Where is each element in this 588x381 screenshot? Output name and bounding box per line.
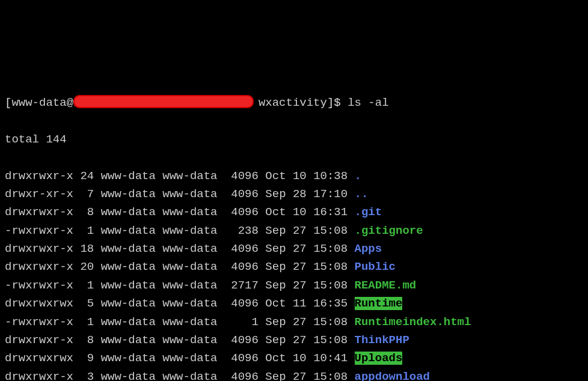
file-permissions: drwxrwxr-x bbox=[5, 260, 73, 273]
file-group: www-data bbox=[156, 334, 218, 347]
file-permissions: drwxrwxr-x bbox=[5, 242, 73, 255]
file-name: Apps bbox=[355, 242, 382, 255]
file-owner: www-data bbox=[94, 297, 156, 310]
prompt-line[interactable]: [www-data@iZbp1j xxxxxxx xxxxxxxxxjZ wxa… bbox=[5, 94, 583, 112]
file-date: Sep 27 15:08 bbox=[259, 224, 355, 237]
file-row: drwxr-xr-x 7 www-data www-data 4096 Sep … bbox=[5, 185, 583, 203]
file-size: 4096 bbox=[218, 242, 259, 255]
file-links: 24 bbox=[73, 169, 94, 183]
file-size: 4096 bbox=[218, 206, 259, 219]
file-owner: www-data bbox=[94, 169, 156, 183]
file-date: Sep 27 15:08 bbox=[259, 260, 355, 273]
file-size: 238 bbox=[218, 224, 259, 237]
file-name: Runtime bbox=[355, 297, 403, 310]
file-owner: www-data bbox=[94, 260, 156, 273]
file-permissions: -rwxrwxr-x bbox=[5, 315, 73, 329]
file-name: ThinkPHP bbox=[355, 334, 409, 347]
file-owner: www-data bbox=[94, 187, 156, 201]
file-name: Uploads bbox=[355, 352, 403, 365]
file-row: -rwxrwxr-x 1 www-data www-data 238 Sep 2… bbox=[5, 222, 583, 240]
file-permissions: drwxrwxrwx bbox=[5, 352, 73, 365]
file-links: 18 bbox=[73, 242, 94, 255]
file-row: drwxrwxr-x 8 www-data www-data 4096 Oct … bbox=[5, 203, 583, 221]
file-group: www-data bbox=[156, 242, 218, 255]
file-group: www-data bbox=[156, 169, 218, 183]
file-links: 5 bbox=[73, 297, 94, 310]
file-group: www-data bbox=[156, 260, 218, 273]
file-size: 4096 bbox=[218, 352, 259, 365]
file-owner: www-data bbox=[94, 242, 156, 255]
file-group: www-data bbox=[156, 279, 218, 292]
file-links: 1 bbox=[73, 224, 94, 237]
prompt-user: www-data bbox=[11, 96, 66, 109]
file-row: drwxrwxr-x 8 www-data www-data 4096 Sep … bbox=[5, 331, 583, 349]
file-owner: www-data bbox=[94, 224, 156, 237]
file-group: www-data bbox=[156, 206, 218, 219]
prompt-command: ls -al bbox=[348, 96, 388, 109]
file-permissions: -rwxrwxr-x bbox=[5, 279, 73, 292]
file-name: Public bbox=[355, 260, 396, 273]
file-permissions: drwxrwxr-x bbox=[5, 334, 73, 347]
file-permissions: -rwxrwxr-x bbox=[5, 224, 73, 237]
prompt-host-redacted: iZbp1j xxxxxxx xxxxxxxxxjZ bbox=[73, 94, 251, 112]
file-group: www-data bbox=[156, 352, 218, 365]
file-owner: www-data bbox=[94, 352, 156, 365]
file-date: Sep 27 15:08 bbox=[259, 370, 355, 381]
file-row: drwxrwxr-x 18 www-data www-data 4096 Sep… bbox=[5, 240, 583, 258]
file-permissions: drwxrwxr-x bbox=[5, 206, 73, 219]
prompt-dir: wxactivity bbox=[259, 96, 327, 109]
file-name: Runtimeindex.html bbox=[355, 315, 471, 329]
file-links: 1 bbox=[73, 315, 94, 329]
file-name: .git bbox=[355, 206, 382, 219]
file-name: README.md bbox=[355, 279, 417, 292]
total-line: total 144 bbox=[5, 130, 583, 148]
terminal-output: [www-data@iZbp1j xxxxxxx xxxxxxxxxjZ wxa… bbox=[5, 76, 583, 381]
file-size: 2717 bbox=[218, 279, 259, 292]
file-permissions: drwxrwxr-x bbox=[5, 169, 73, 183]
file-owner: www-data bbox=[94, 206, 156, 219]
file-group: www-data bbox=[156, 187, 218, 201]
file-date: Oct 11 16:35 bbox=[259, 297, 355, 310]
file-links: 8 bbox=[73, 206, 94, 219]
file-date: Oct 10 10:38 bbox=[259, 169, 355, 183]
file-name: appdownload bbox=[355, 370, 430, 381]
file-links: 9 bbox=[73, 352, 94, 365]
file-permissions: drwxrwxr-x bbox=[5, 370, 73, 381]
file-permissions: drwxr-xr-x bbox=[5, 187, 73, 201]
file-date: Sep 27 15:08 bbox=[259, 315, 355, 329]
file-date: Sep 27 15:08 bbox=[259, 242, 355, 255]
file-name: .gitignore bbox=[355, 224, 423, 237]
file-row: drwxrwxr-x 20 www-data www-data 4096 Sep… bbox=[5, 258, 583, 276]
file-date: Sep 28 17:10 bbox=[259, 187, 355, 201]
file-group: www-data bbox=[156, 370, 218, 381]
file-size: 4096 bbox=[218, 297, 259, 310]
file-row: drwxrwxrwx 9 www-data www-data 4096 Oct … bbox=[5, 349, 583, 367]
file-size: 4096 bbox=[218, 334, 259, 347]
file-group: www-data bbox=[156, 224, 218, 237]
file-owner: www-data bbox=[94, 370, 156, 381]
file-links: 20 bbox=[73, 260, 94, 273]
file-links: 8 bbox=[73, 334, 94, 347]
file-row: drwxrwxr-x 3 www-data www-data 4096 Sep … bbox=[5, 368, 583, 381]
file-permissions: drwxrwxrwx bbox=[5, 297, 73, 310]
file-row: drwxrwxr-x 24 www-data www-data 4096 Oct… bbox=[5, 167, 583, 185]
file-links: 1 bbox=[73, 279, 94, 292]
file-links: 7 bbox=[73, 187, 94, 201]
file-size: 4096 bbox=[218, 260, 259, 273]
file-group: www-data bbox=[156, 297, 218, 310]
file-size: 4096 bbox=[218, 169, 259, 183]
file-name: . bbox=[355, 169, 361, 183]
file-group: www-data bbox=[156, 315, 218, 329]
file-size: 1 bbox=[218, 315, 259, 329]
file-date: Oct 10 10:41 bbox=[259, 352, 355, 365]
file-links: 3 bbox=[73, 370, 94, 381]
file-owner: www-data bbox=[94, 334, 156, 347]
file-row: drwxrwxrwx 5 www-data www-data 4096 Oct … bbox=[5, 294, 583, 312]
file-date: Oct 10 16:31 bbox=[259, 206, 355, 219]
file-owner: www-data bbox=[94, 315, 156, 329]
file-date: Sep 27 15:08 bbox=[259, 334, 355, 347]
file-size: 4096 bbox=[218, 370, 259, 381]
file-date: Sep 27 15:08 bbox=[259, 279, 355, 292]
file-owner: www-data bbox=[94, 279, 156, 292]
file-size: 4096 bbox=[218, 187, 259, 201]
